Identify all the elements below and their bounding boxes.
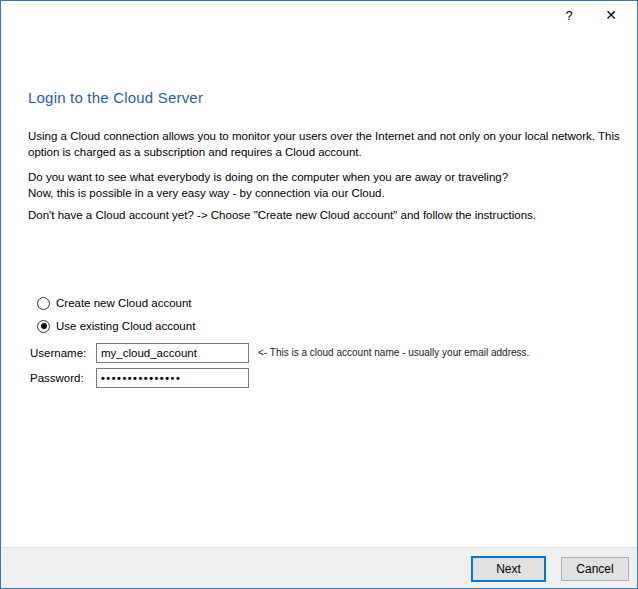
username-label: Username: xyxy=(30,347,86,359)
cloud-login-dialog: ? ✕ Login to the Cloud Server Using a Cl… xyxy=(0,0,638,589)
username-field[interactable] xyxy=(96,343,249,363)
dialog-footer: Next Cancel xyxy=(1,547,637,588)
username-hint: <- This is a cloud account name - usuall… xyxy=(258,347,529,358)
close-button[interactable]: ✕ xyxy=(595,1,627,29)
radio-create-new-label: Create new Cloud account xyxy=(56,297,192,309)
close-icon: ✕ xyxy=(605,7,617,23)
radio-use-existing-account[interactable]: Use existing Cloud account xyxy=(37,319,195,333)
cancel-button[interactable]: Cancel xyxy=(561,557,629,581)
benefit-line-1: Do you want to see what everybody is doi… xyxy=(28,170,620,186)
password-field[interactable] xyxy=(96,368,249,388)
radio-use-existing-label: Use existing Cloud account xyxy=(56,320,195,332)
help-icon: ? xyxy=(565,8,572,23)
benefit-line-2: Now, this is possible in a very easy way… xyxy=(28,186,620,202)
radio-create-new-account[interactable]: Create new Cloud account xyxy=(37,296,192,310)
radio-unselected-icon[interactable] xyxy=(37,297,50,310)
password-label: Password: xyxy=(30,372,84,384)
create-account-hint-paragraph: Don't have a Cloud account yet? -> Choos… xyxy=(28,208,620,224)
help-button[interactable]: ? xyxy=(553,1,585,29)
page-title: Login to the Cloud Server xyxy=(28,89,203,106)
intro-paragraph: Using a Cloud connection allows you to m… xyxy=(28,129,620,160)
radio-selected-icon[interactable] xyxy=(37,320,50,333)
benefit-paragraph: Do you want to see what everybody is doi… xyxy=(28,170,620,201)
title-bar: ? ✕ xyxy=(1,1,637,31)
next-button[interactable]: Next xyxy=(471,556,546,582)
